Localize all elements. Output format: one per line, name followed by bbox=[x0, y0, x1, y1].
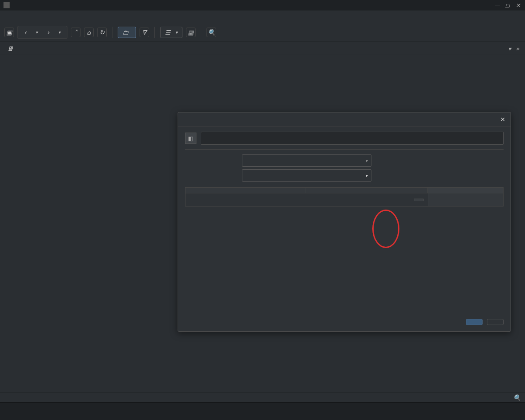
sidebar bbox=[0, 55, 145, 392]
create-mask-button[interactable] bbox=[414, 199, 424, 201]
folders-toggle[interactable]: 🗀 bbox=[118, 27, 136, 38]
menubar bbox=[0, 10, 525, 23]
titlebar: — ◻ ✕ bbox=[0, 0, 525, 10]
back-icon[interactable]: ‹ bbox=[21, 28, 30, 37]
group-select[interactable]: ▾ bbox=[242, 169, 371, 182]
chevron-down-icon: ▾ bbox=[176, 30, 178, 35]
preview-icon[interactable]: ▥ bbox=[186, 28, 196, 37]
address-end-icon[interactable]: » bbox=[514, 45, 522, 52]
close-icon[interactable]: ✕ bbox=[500, 116, 505, 123]
file-icon: ◧ bbox=[185, 133, 196, 144]
permissions-table bbox=[185, 187, 504, 206]
app-icon bbox=[4, 2, 10, 8]
maximize-button[interactable]: ◻ bbox=[504, 2, 511, 9]
folder-icon: 🗀 bbox=[122, 29, 129, 36]
minimize-button[interactable]: — bbox=[494, 2, 500, 9]
computer-icon: 🖥 bbox=[7, 45, 13, 52]
taskbar bbox=[0, 402, 525, 420]
filename-input[interactable] bbox=[201, 132, 504, 145]
address-bar: 🖥 ▾ » bbox=[0, 42, 525, 55]
refresh-icon[interactable]: ↻ bbox=[97, 28, 107, 37]
up-icon[interactable]: ˄ bbox=[71, 28, 80, 37]
list-icon: ☰ bbox=[165, 29, 171, 36]
forward-menu-icon[interactable]: ▾ bbox=[55, 28, 64, 37]
home-icon[interactable]: ⌂ bbox=[84, 28, 94, 37]
filter-icon[interactable]: ∇ bbox=[140, 28, 149, 37]
chevron-down-icon: ▾ bbox=[365, 173, 368, 178]
ok-button[interactable] bbox=[466, 319, 483, 325]
col-usual bbox=[305, 188, 428, 193]
col-subject bbox=[186, 188, 305, 193]
properties-dialog: ✕ ◧ ▾ ▾ bbox=[178, 112, 511, 332]
chevron-down-icon: ▾ bbox=[365, 158, 368, 163]
statusbar: 🔍 bbox=[0, 392, 525, 402]
toolbar: ▣ ‹ ▾ › ▾ ˄ ⌂ ↻ 🗀 ∇ ☰ ▾ ▥ 🔍 bbox=[0, 23, 525, 42]
new-tab-icon[interactable]: ▣ bbox=[4, 28, 14, 37]
forward-icon[interactable]: › bbox=[43, 28, 53, 37]
cancel-button[interactable] bbox=[487, 319, 504, 325]
close-button[interactable]: ✕ bbox=[514, 2, 522, 9]
view-mode-button[interactable]: ☰ ▾ bbox=[160, 27, 182, 38]
user-select[interactable]: ▾ bbox=[242, 154, 371, 167]
chevron-down-icon[interactable]: ▾ bbox=[506, 45, 514, 52]
search-icon[interactable]: 🔍 bbox=[206, 28, 216, 37]
col-blank bbox=[428, 188, 503, 193]
back-menu-icon[interactable]: ▾ bbox=[32, 28, 42, 37]
zoom-icon[interactable]: 🔍 bbox=[513, 394, 521, 401]
